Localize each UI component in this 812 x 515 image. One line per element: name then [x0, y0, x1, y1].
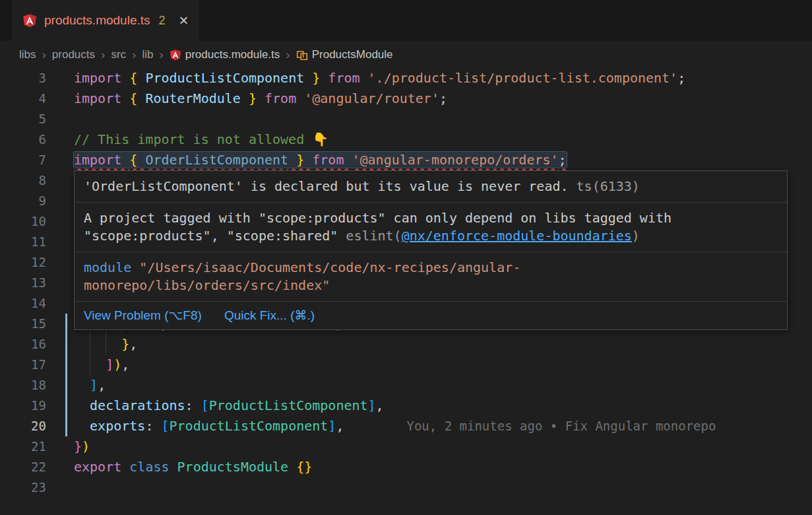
code-token: // This import is not allowed	[74, 131, 312, 147]
git-blame-annotation: You, 2 minutes ago • Fix Angular monorep…	[406, 419, 716, 433]
code-token: }	[74, 438, 82, 454]
line-number[interactable]: 8	[0, 170, 46, 191]
code-token: }	[241, 90, 265, 106]
class-icon	[296, 49, 308, 61]
tab-bar: products.module.ts 2 ×	[0, 0, 812, 41]
breadcrumb-item-lib[interactable]: lib	[142, 48, 153, 61]
code-line[interactable]: 22export class ProductsModule {}	[0, 457, 812, 477]
code-line[interactable]: 18],	[0, 375, 812, 395]
code-line[interactable]: 19declarations: [ProductListComponent],	[0, 395, 812, 416]
code-line[interactable]: 20exports: [ProductListComponent],You, 2…	[0, 416, 812, 436]
code-line-content	[46, 109, 812, 129]
code-token: './product-list/product-list.component'	[368, 70, 678, 86]
chevron-right-icon: ›	[158, 48, 164, 62]
line-number[interactable]: 18	[0, 375, 46, 395]
code-line[interactable]: 7import { OrderListComponent } from '@an…	[0, 150, 812, 170]
code-token: from	[328, 70, 367, 86]
breadcrumb-label: lib	[142, 48, 153, 61]
code-line[interactable]: 21})	[0, 436, 812, 457]
code-line[interactable]: 5	[0, 109, 812, 129]
line-number[interactable]: 16	[0, 334, 46, 355]
code-token: from	[265, 90, 304, 106]
line-number[interactable]: 21	[0, 436, 46, 457]
line-number[interactable]: 14	[0, 293, 46, 314]
code-line-content: declarations: [ProductListComponent],	[46, 395, 812, 416]
code-line-content: import { OrderListComponent } from '@ang…	[46, 150, 812, 170]
code-line-content: // This import is not allowed 👇	[46, 129, 812, 150]
code-token: :	[145, 418, 161, 434]
tab-bar-empty-space	[200, 0, 812, 41]
line-number[interactable]: 10	[0, 211, 46, 232]
code-token: )	[82, 438, 90, 454]
code-token: ]	[90, 377, 98, 393]
line-number[interactable]: 9	[0, 191, 46, 211]
line-number[interactable]: 13	[0, 273, 46, 293]
chevron-right-icon: ›	[284, 48, 291, 62]
breadcrumb-item-src[interactable]: src	[111, 48, 126, 61]
code-token: ]	[328, 418, 336, 434]
code-token: }	[121, 336, 129, 352]
line-number[interactable]: 6	[0, 129, 46, 150]
line-number[interactable]: 22	[0, 457, 46, 477]
code-token: ;	[439, 90, 447, 106]
tab-bar-spacer	[0, 0, 12, 41]
indent-guide	[90, 334, 90, 355]
code-line[interactable]: 23	[0, 477, 812, 498]
breadcrumb-label: ProductsModule	[312, 48, 393, 61]
line-number[interactable]: 20	[0, 416, 46, 436]
indent-guide	[90, 355, 90, 375]
hover-section: A project tagged with "scope:products" c…	[75, 202, 787, 252]
line-number[interactable]: 17	[0, 355, 46, 375]
eslint-rule-link[interactable]: @nx/enforce-module-boundaries	[402, 228, 632, 244]
code-line[interactable]: 4import { RouterModule } from '@angular/…	[0, 88, 812, 109]
breadcrumb-item-products-module-ts[interactable]: products.module.ts	[170, 48, 280, 61]
breadcrumb-item-libs[interactable]: libs	[19, 48, 36, 61]
code-token: import	[74, 152, 129, 168]
breadcrumb-item-productsmodule[interactable]: ProductsModule	[296, 48, 393, 61]
code-token: ProductsModule	[177, 459, 289, 475]
code-token: 👇	[312, 131, 328, 147]
code-token: [	[201, 397, 209, 413]
code-line[interactable]: 6// This import is not allowed 👇	[0, 129, 812, 150]
code-line[interactable]: 17]),	[0, 355, 812, 375]
line-number[interactable]: 3	[0, 68, 46, 88]
line-number[interactable]: 15	[0, 314, 46, 334]
code-token: ,	[129, 336, 137, 352]
code-token: {}	[296, 459, 312, 475]
code-token: )	[113, 357, 121, 372]
tab-problem-badge: 2	[159, 14, 166, 28]
code-token: '@angular-monorepo/orders'	[352, 152, 558, 168]
code-token: ;	[677, 70, 685, 86]
code-line[interactable]: 3import { ProductListComponent } from '.…	[0, 68, 812, 88]
code-line-content: exports: [ProductListComponent],You, 2 m…	[46, 416, 812, 436]
quick-fix-action[interactable]: Quick Fix... (⌘.)	[224, 308, 315, 323]
line-number[interactable]: 23	[0, 477, 46, 498]
line-number[interactable]: 5	[0, 109, 46, 129]
breadcrumb-label: libs	[19, 48, 36, 61]
code-line-content: ]),	[46, 355, 812, 375]
hover-actions: View Problem (⌥F8)Quick Fix... (⌘.)	[75, 301, 787, 329]
code-line[interactable]: 16},	[0, 334, 812, 355]
breadcrumb-item-products[interactable]: products	[52, 48, 95, 61]
tab-products-module[interactable]: products.module.ts 2 ×	[12, 0, 200, 41]
code-token: }	[288, 152, 312, 168]
hover-section: 'OrderListComponent' is declared but its…	[75, 171, 787, 202]
code-token: ,	[336, 418, 344, 434]
close-tab-icon[interactable]: ×	[179, 13, 189, 28]
line-number[interactable]: 4	[0, 88, 46, 109]
code-token: import	[74, 70, 129, 86]
line-number[interactable]: 12	[0, 252, 46, 273]
code-token	[288, 459, 296, 475]
chevron-right-icon: ›	[131, 48, 137, 62]
line-number[interactable]: 7	[0, 150, 46, 170]
view-problem-action[interactable]: View Problem (⌥F8)	[84, 308, 202, 323]
line-number[interactable]: 19	[0, 395, 46, 416]
code-token: }	[304, 70, 328, 86]
hover-text: module	[84, 259, 139, 275]
code-line-content: import { ProductListComponent } from './…	[46, 68, 812, 88]
hover-text: 'OrderListComponent' is declared but its…	[84, 178, 569, 194]
line-number[interactable]: 11	[0, 232, 46, 252]
code-token: ;	[559, 152, 567, 168]
hover-text: eslint(	[346, 228, 401, 244]
code-token: ,	[121, 357, 129, 372]
